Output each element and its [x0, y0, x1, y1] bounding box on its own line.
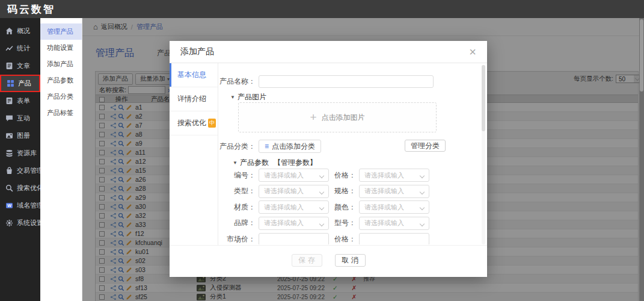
product-name-row: 产品名称：	[218, 75, 434, 88]
param-select-right[interactable]: 请选择或输入	[359, 217, 429, 230]
page-scrollbar[interactable]	[639, 18, 644, 301]
sidebar-item-label: 交易管理	[17, 166, 43, 175]
modal-scrollbar-thumb[interactable]	[482, 65, 485, 131]
param-select-left[interactable]: 请选择或输入	[259, 217, 329, 230]
sidebar-item-label: 概况	[17, 26, 30, 36]
sidebar-item-gallery[interactable]: 图册	[0, 127, 40, 144]
sidebar-item-settings[interactable]: 系统设置	[0, 214, 40, 232]
param-row: 材质： 请选择或输入 颜色： 请选择或输入	[218, 200, 429, 214]
form-icon	[5, 97, 13, 105]
subsidebar-item[interactable]: 产品分类	[40, 88, 82, 105]
sidebar-item-label: 统计	[17, 44, 30, 53]
subsidebar-item[interactable]: 添加产品	[40, 56, 82, 72]
modal-tab-item[interactable]: 搜索优化 中	[170, 111, 218, 135]
scrollbar-thumb[interactable]	[640, 19, 643, 92]
price-row: 市场价： 价格：	[218, 233, 429, 244]
param-select-left[interactable]: 请选择或输入	[259, 169, 329, 182]
sidebar-item-label: 文章	[17, 61, 30, 70]
manage-params-link[interactable]: 【管理参数】	[274, 158, 317, 168]
sidebar-item-label: 图册	[17, 131, 30, 140]
sidebar-item-stats[interactable]: 统计	[0, 40, 40, 57]
category-label: 产品分类：	[218, 141, 259, 152]
subsidebar-item[interactable]: 功能设置	[40, 40, 82, 56]
param-row: 品牌： 请选择或输入 型号： 请选择或输入	[218, 217, 429, 230]
param-label-right: 颜色：	[329, 202, 359, 213]
subsidebar-item[interactable]: 管理产品	[40, 23, 82, 40]
add-product-modal: 添加产品 × 基本信息 详情介绍 搜索优化 中 产品名称： ▼ 产品图片 + 点…	[170, 41, 487, 277]
sidebar-item-form[interactable]: 表单	[0, 92, 40, 110]
sidebar-item-chat[interactable]: 互动	[0, 110, 40, 127]
add-category-button[interactable]: ≡ 点击添加分类	[259, 140, 321, 153]
subsidebar-item[interactable]: 产品参数	[40, 72, 82, 88]
param-label-right: 规格：	[329, 186, 359, 196]
modal-footer: 保 存 取 消	[170, 245, 487, 277]
price-label: 价格：	[329, 234, 359, 244]
modal-tab-active[interactable]: 基本信息	[170, 63, 218, 87]
main-sidebar: 概况 统计 文章 产品 表单 互动 图册 资源库 交易管理 搜索优化 W 域名管…	[0, 18, 40, 301]
manage-category-button[interactable]: 管理分类	[405, 140, 446, 152]
sidebar-item-label: 域名管理	[17, 201, 43, 210]
params-section-header[interactable]: ▼ 产品参数 【管理参数】	[233, 158, 317, 168]
sidebar-item-article[interactable]: 文章	[0, 57, 40, 75]
modal-header: 添加产品 ×	[170, 41, 487, 63]
sidebar-item-library[interactable]: 资源库	[0, 144, 40, 162]
sidebar-item-seo[interactable]: 搜索优化	[0, 179, 40, 197]
chevron-down-icon	[319, 189, 324, 194]
chevron-down-icon	[420, 189, 425, 194]
market-price-input[interactable]	[259, 233, 329, 244]
svg-text:W: W	[7, 203, 11, 208]
param-label-left: 类型：	[218, 186, 259, 196]
cancel-button[interactable]: 取 消	[335, 254, 366, 267]
param-select-right[interactable]: 请选择或输入	[359, 200, 429, 214]
sidebar-item-product[interactable]: 产品	[0, 75, 40, 92]
modal-title: 添加产品	[180, 46, 214, 57]
chevron-down-icon	[420, 221, 425, 226]
sidebar-item-home[interactable]: 概况	[0, 22, 40, 40]
param-select-left[interactable]: 请选择或输入	[259, 200, 329, 214]
modal-tab-item[interactable]: 详情介绍	[170, 87, 218, 111]
category-row: 产品分类： ≡ 点击添加分类	[218, 140, 321, 153]
param-select-left[interactable]: 请选择或输入	[259, 185, 329, 198]
chevron-down-icon	[420, 173, 425, 178]
price-input[interactable]	[359, 233, 429, 244]
library-icon	[5, 149, 13, 157]
chevron-down-icon	[420, 205, 425, 210]
param-label-right: 型号：	[329, 218, 359, 228]
sidebar-item-trade[interactable]: 交易管理	[0, 162, 40, 179]
domain-icon: W	[5, 202, 13, 209]
plus-icon: +	[310, 111, 316, 124]
seo-icon	[5, 184, 13, 192]
sub-sidebar: 管理产品功能设置添加产品产品参数产品分类产品标签	[40, 18, 82, 301]
modal-scrollbar[interactable]	[482, 65, 485, 244]
sidebar-item-label: 资源库	[17, 149, 37, 158]
stats-icon	[5, 45, 13, 52]
app-logo: 码云数智	[7, 2, 55, 16]
param-select-right[interactable]: 请选择或输入	[359, 169, 429, 182]
product-name-input[interactable]	[259, 75, 434, 88]
param-label-left: 品牌：	[218, 218, 259, 228]
sidebar-item-label: 表单	[17, 96, 30, 105]
close-icon[interactable]: ×	[469, 46, 476, 58]
modal-form: 产品名称： ▼ 产品图片 + 点击添加图片 产品分类： ≡ 点击添加分类 管理分…	[218, 63, 487, 244]
collapse-caret-icon: ▼	[230, 95, 235, 100]
param-row: 编号： 请选择或输入 价格： 请选择或输入	[218, 169, 429, 182]
home-icon	[5, 27, 13, 35]
gallery-icon	[5, 132, 13, 140]
chevron-down-icon	[319, 221, 324, 226]
param-select-right[interactable]: 请选择或输入	[359, 185, 429, 198]
sidebar-item-domain[interactable]: W 域名管理	[0, 197, 40, 214]
sidebar-item-label: 系统设置	[17, 219, 43, 228]
product-icon	[7, 79, 14, 87]
save-button[interactable]: 保 存	[292, 254, 322, 267]
sidebar-item-label: 搜索优化	[17, 184, 43, 193]
subsidebar-item[interactable]: 产品标签	[40, 105, 82, 121]
sidebar-item-label: 互动	[17, 114, 30, 123]
chevron-down-icon	[319, 205, 324, 210]
settings-icon	[5, 219, 13, 227]
image-section-header[interactable]: ▼ 产品图片	[230, 92, 266, 102]
product-name-label: 产品名称：	[218, 76, 259, 87]
param-label-left: 材质：	[218, 202, 259, 213]
add-image-dropzone[interactable]: + 点击添加图片	[238, 102, 437, 132]
collapse-caret-icon: ▼	[233, 160, 238, 166]
chevron-down-icon	[319, 173, 324, 178]
